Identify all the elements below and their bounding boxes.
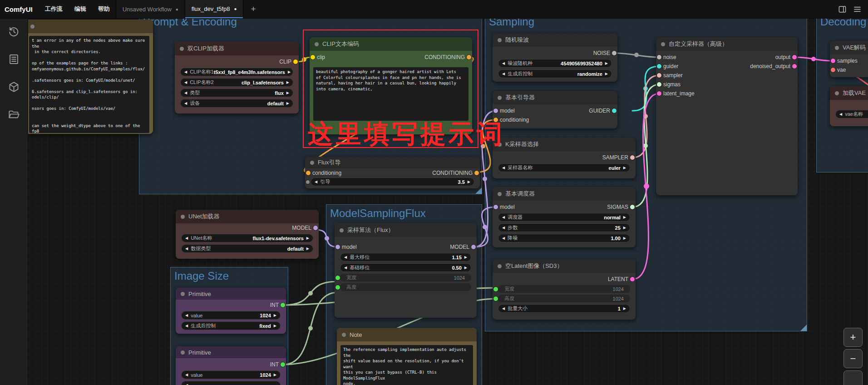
node-vaedecode[interactable]: VAE解码 samples vae bbox=[830, 41, 868, 77]
collapse-dot-icon[interactable] bbox=[340, 228, 344, 232]
input-port-guider[interactable] bbox=[657, 64, 661, 69]
node-unetloader[interactable]: UNet加载器 MODEL ◀UNet名称flux1-dev.safetenso… bbox=[176, 210, 319, 259]
widget-guidance[interactable]: ◀引导3.5▶ bbox=[311, 178, 474, 186]
widget-type[interactable]: ◀类型flux▶ bbox=[180, 89, 293, 97]
widget-noise-seed[interactable]: ◀噪波随机种454905699352480▶ bbox=[498, 59, 612, 68]
collapse-dot-icon[interactable] bbox=[498, 192, 502, 196]
widget-value[interactable]: ◀value1024▶ bbox=[181, 311, 281, 320]
next-arrow-icon[interactable]: ▶ bbox=[306, 247, 309, 251]
next-arrow-icon[interactable]: ▶ bbox=[306, 236, 309, 240]
collapse-dot-icon[interactable] bbox=[498, 264, 502, 268]
hamburger-menu-icon[interactable] bbox=[853, 5, 862, 14]
input-port-height[interactable] bbox=[335, 285, 340, 290]
next-arrow-icon[interactable]: ▶ bbox=[288, 70, 291, 74]
next-arrow-icon[interactable]: ▶ bbox=[605, 72, 608, 76]
tab-flux-dev-t5fp8[interactable]: flux_dev_t5fp8 ● bbox=[185, 0, 243, 18]
zoom-out-button[interactable]: − bbox=[843, 349, 863, 368]
next-arrow-icon[interactable]: ▶ bbox=[623, 306, 626, 311]
widget-control-after-generate[interactable]: ◀ bbox=[181, 381, 281, 385]
queue-history-icon[interactable] bbox=[8, 25, 20, 38]
prev-arrow-icon[interactable]: ◀ bbox=[839, 112, 842, 116]
node-note-modelsampling[interactable]: Note The reference sampling implementati… bbox=[337, 328, 477, 385]
widget-device[interactable]: ◀设备default▶ bbox=[180, 99, 293, 108]
tab-unsaved-workflow[interactable]: Unsaved Workflow ● bbox=[116, 0, 185, 18]
prev-arrow-icon[interactable]: ◀ bbox=[184, 70, 187, 74]
output-port-guider[interactable] bbox=[612, 109, 616, 113]
widget-width-converted[interactable]: 宽度1024 bbox=[498, 285, 630, 293]
prev-arrow-icon[interactable]: ◀ bbox=[502, 236, 505, 240]
collapse-dot-icon[interactable] bbox=[342, 333, 346, 337]
next-arrow-icon[interactable]: ▶ bbox=[464, 266, 467, 270]
input-port-vae[interactable] bbox=[831, 68, 835, 72]
prev-arrow-icon[interactable]: ◀ bbox=[502, 306, 505, 311]
next-arrow-icon[interactable]: ▶ bbox=[623, 166, 626, 170]
prev-arrow-icon[interactable]: ◀ bbox=[185, 383, 188, 385]
input-port-model[interactable] bbox=[493, 109, 498, 113]
prev-arrow-icon[interactable]: ◀ bbox=[184, 91, 187, 95]
input-port-model[interactable] bbox=[335, 245, 340, 249]
node-samplercustomadvanced[interactable]: 自定义采样器（高级） noise output guider denoised_… bbox=[656, 37, 798, 195]
collapse-dot-icon[interactable] bbox=[30, 25, 35, 29]
widget-height-converted[interactable]: 高度 bbox=[340, 283, 471, 291]
collapse-dot-icon[interactable] bbox=[181, 350, 185, 355]
prev-arrow-icon[interactable]: ◀ bbox=[185, 247, 188, 251]
workflows-folder-icon[interactable] bbox=[8, 109, 20, 121]
widget-vae-name[interactable]: ◀vae名称 bbox=[835, 110, 868, 118]
prev-arrow-icon[interactable]: ◀ bbox=[185, 313, 188, 317]
next-arrow-icon[interactable]: ▶ bbox=[605, 61, 608, 65]
note-text[interactable]: t an error in any of the nodes above mak… bbox=[29, 36, 149, 133]
node-vaeloader[interactable]: 加载VAE ◀vae名称 bbox=[830, 86, 868, 126]
output-port-model[interactable] bbox=[313, 226, 318, 230]
widget-control-after-generate[interactable]: ◀生成后控制fixed▶ bbox=[181, 321, 281, 330]
prev-arrow-icon[interactable]: ◀ bbox=[315, 180, 317, 184]
prev-arrow-icon[interactable]: ◀ bbox=[502, 72, 505, 76]
widget-height-converted[interactable]: 高度1024 bbox=[498, 295, 630, 302]
node-graph-canvas[interactable]: Prompt & Encoding Sampling Decoding Mode… bbox=[0, 0, 868, 385]
group-title[interactable]: Image Size bbox=[171, 267, 288, 285]
input-port-width[interactable] bbox=[493, 287, 498, 291]
node-emptylatent-sd3[interactable]: 空Latent图像（SD3） LATENT 宽度1024 高度1024 ◀批量大… bbox=[493, 259, 636, 320]
prev-arrow-icon[interactable]: ◀ bbox=[185, 324, 188, 328]
node-modelsamplingflux[interactable]: 采样算法（Flux） model MODEL ◀最大移位1.15▶ ◀基础移位0… bbox=[335, 223, 477, 318]
prev-arrow-icon[interactable]: ◀ bbox=[502, 215, 505, 219]
model-library-icon[interactable] bbox=[8, 81, 20, 93]
group-resize-handle[interactable] bbox=[800, 325, 807, 331]
note-text[interactable]: The reference sampling implementation au… bbox=[340, 345, 473, 385]
input-port-width[interactable] bbox=[335, 276, 340, 280]
menu-help[interactable]: 帮助 bbox=[92, 0, 116, 18]
input-port-noise[interactable] bbox=[657, 55, 661, 59]
output-port-model[interactable] bbox=[471, 245, 476, 249]
node-fluxguidance[interactable]: Flux引导 conditioning CONDITIONING ◀引导3.5▶ bbox=[305, 157, 480, 188]
prev-arrow-icon[interactable]: ◀ bbox=[502, 226, 505, 230]
input-port-conditioning[interactable] bbox=[306, 171, 311, 175]
output-port-output[interactable] bbox=[792, 55, 797, 59]
input-port-height[interactable] bbox=[493, 296, 498, 301]
widget-batch-size[interactable]: ◀批量大小1▶ bbox=[498, 304, 630, 313]
next-arrow-icon[interactable]: ▶ bbox=[623, 215, 626, 219]
output-port-latent[interactable] bbox=[630, 277, 635, 281]
next-arrow-icon[interactable]: ▶ bbox=[286, 91, 289, 95]
input-port-latent-image[interactable] bbox=[657, 91, 661, 96]
output-port-conditioning[interactable] bbox=[474, 171, 479, 175]
output-port-clip[interactable] bbox=[293, 59, 298, 64]
input-port-model[interactable] bbox=[493, 205, 498, 209]
widget-sampler-name[interactable]: ◀采样器名称euler▶ bbox=[498, 163, 630, 172]
node-primitive-height[interactable]: Primitive INT ◀value1024▶ ◀ bbox=[176, 346, 286, 385]
node-dualcliploader[interactable]: 双CLIP加载器 CLIP ◀CLIP名称1t5xxl_fp8_e4m3fn.s… bbox=[175, 42, 299, 114]
collapse-dot-icon[interactable] bbox=[180, 47, 184, 51]
collapse-dot-icon[interactable] bbox=[310, 161, 314, 165]
prev-arrow-icon[interactable]: ◀ bbox=[184, 80, 187, 84]
prev-arrow-icon[interactable]: ◀ bbox=[185, 373, 188, 377]
widget-control-after-generate[interactable]: ◀生成后控制randomize▶ bbox=[498, 69, 612, 78]
prev-arrow-icon[interactable]: ◀ bbox=[344, 266, 347, 270]
next-arrow-icon[interactable]: ▶ bbox=[464, 255, 467, 259]
toggle-panel-icon[interactable] bbox=[838, 5, 847, 14]
collapse-dot-icon[interactable] bbox=[498, 38, 502, 42]
widget-value[interactable]: ◀value1024▶ bbox=[181, 370, 281, 379]
widget-steps[interactable]: ◀步数25▶ bbox=[498, 223, 630, 232]
node-primitive-width[interactable]: Primitive INT ◀value1024▶ ◀生成后控制fixed▶ bbox=[176, 288, 286, 334]
collapse-dot-icon[interactable] bbox=[181, 292, 185, 296]
next-arrow-icon[interactable]: ▶ bbox=[468, 180, 470, 184]
node-ksamplerselect[interactable]: K采样器选择 SAMPLER ◀采样器名称euler▶ bbox=[493, 138, 636, 178]
output-port-sampler[interactable] bbox=[630, 155, 635, 160]
